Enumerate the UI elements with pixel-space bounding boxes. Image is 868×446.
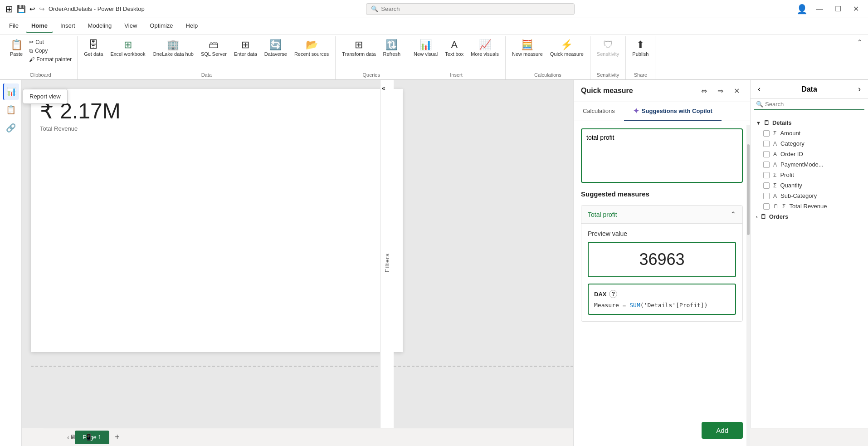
collapse-ribbon-button[interactable]: ⌃ xyxy=(855,36,864,49)
orders-table-icon: 🗒 xyxy=(761,213,766,220)
user-avatar[interactable]: 👤 xyxy=(796,4,808,15)
category-label: Category xyxy=(780,140,805,147)
sidebar-item-report-view[interactable]: 📊 xyxy=(3,83,19,100)
data-group-orders-header[interactable]: › 🗒 Orders xyxy=(751,211,868,222)
copy-button[interactable]: ⧉ Copy xyxy=(27,47,73,55)
qm-expand-btn[interactable]: ⇔ xyxy=(697,84,710,97)
measure-collapse-icon: ⌃ xyxy=(730,210,736,219)
menu-insert[interactable]: Insert xyxy=(55,20,81,33)
sensitivity-button: 🛡 Sensitivity xyxy=(594,38,622,59)
text-box-button[interactable]: A Text box xyxy=(442,38,466,59)
refresh-button[interactable]: 🔃 Refresh xyxy=(380,38,404,59)
more-visuals-button[interactable]: 📈 More visuals xyxy=(468,38,502,59)
left-sidebar: 📊 📋 🔗 xyxy=(0,80,22,446)
quantity-sigma-icon: Σ xyxy=(773,182,776,189)
excel-button[interactable]: ⊞ Excel workbook xyxy=(107,38,148,59)
global-search-input[interactable] xyxy=(381,5,570,12)
desktop-view-button[interactable]: 🖥 xyxy=(66,431,80,443)
clipboard-label: Clipboard xyxy=(7,71,73,79)
onelake-button[interactable]: 🏢 OneLake data hub xyxy=(150,38,196,59)
data-item-amount[interactable]: Σ Amount xyxy=(751,128,868,138)
data-label: Data xyxy=(81,71,332,79)
dax-help-icon[interactable]: ? xyxy=(609,290,617,298)
paste-button[interactable]: 📋 Paste xyxy=(7,38,25,59)
get-data-icon: 🗄 xyxy=(88,40,98,50)
data-item-total-revenue[interactable]: 🗒 Σ Total Revenue xyxy=(751,201,868,211)
menu-modeling[interactable]: Modeling xyxy=(83,20,117,33)
publish-button[interactable]: ⬆ Publish xyxy=(629,38,651,59)
new-visual-icon: 📊 xyxy=(419,40,432,50)
app-save-icon[interactable]: 💾 xyxy=(17,5,26,13)
data-item-profit[interactable]: Σ Profit xyxy=(751,170,868,180)
get-data-button[interactable]: 🗄 Get data xyxy=(81,38,106,59)
transform-data-button[interactable]: ⊞ Transform data xyxy=(339,38,378,59)
sidebar-item-model-view[interactable]: 🔗 xyxy=(3,120,19,136)
format-painter-button[interactable]: 🖌 Format painter xyxy=(27,55,73,64)
new-visual-button[interactable]: 📊 New visual xyxy=(411,38,440,59)
dax-code: Measure = SUM('Details'[Profit]) xyxy=(594,302,730,309)
view-toggle: 🖥 📱 xyxy=(66,431,95,443)
global-search-box[interactable]: 🔍 xyxy=(366,3,575,15)
collapse-filters-button[interactable]: « xyxy=(382,84,385,92)
new-measure-button[interactable]: 🧮 New measure xyxy=(509,38,546,59)
mobile-view-button[interactable]: 📱 xyxy=(82,431,95,443)
qm-tab-suggestions[interactable]: ✦ Suggestions with Copilot xyxy=(624,102,722,121)
data-group-details-header[interactable]: ▼ 🗒 Details xyxy=(751,118,868,128)
enter-data-button[interactable]: ⊞ Enter data xyxy=(231,38,260,59)
data-panel-title: Data xyxy=(801,85,817,93)
data-item-sub-category[interactable]: A Sub-Category xyxy=(751,191,868,201)
qm-scrollbar[interactable] xyxy=(746,125,750,446)
app-logo-icon: ⊞ xyxy=(5,4,13,15)
dataverse-icon: 🔄 xyxy=(269,40,282,50)
menu-help[interactable]: Help xyxy=(180,20,204,33)
sql-icon: 🗃 xyxy=(209,40,219,50)
insert-label: Insert xyxy=(411,71,502,79)
data-item-category[interactable]: A Category xyxy=(751,138,868,149)
amount-checkbox[interactable] xyxy=(763,130,770,137)
paymentmode-checkbox[interactable] xyxy=(763,162,770,168)
menu-view[interactable]: View xyxy=(119,20,142,33)
qm-tab-calculations[interactable]: Calculations xyxy=(574,102,624,121)
data-panel-back-btn[interactable]: ‹ xyxy=(758,84,761,94)
totalrevenue-sigma-icon: Σ xyxy=(782,203,785,210)
menu-file[interactable]: File xyxy=(4,20,24,33)
maximize-button[interactable]: ☐ xyxy=(831,3,845,15)
subcategory-icon: A xyxy=(773,193,777,199)
data-item-order-id[interactable]: A Order ID xyxy=(751,149,868,159)
sidebar-item-table-view[interactable]: 📋 xyxy=(3,102,19,118)
close-button[interactable]: ✕ xyxy=(849,3,863,15)
totalrevenue-label: Total Revenue xyxy=(789,203,827,210)
data-panel-expand-btn[interactable]: › xyxy=(858,84,861,94)
sensitivity-icon: 🛡 xyxy=(603,40,613,50)
data-item-paymentmode[interactable]: A PaymentMode... xyxy=(751,159,868,170)
minimize-button[interactable]: — xyxy=(812,3,827,15)
orderid-checkbox[interactable] xyxy=(763,151,770,157)
quantity-checkbox[interactable] xyxy=(763,182,770,189)
data-item-quantity[interactable]: Σ Quantity xyxy=(751,180,868,191)
add-page-button[interactable]: + xyxy=(111,431,124,444)
menu-optimize[interactable]: Optimize xyxy=(144,20,178,33)
dataverse-button[interactable]: 🔄 Dataverse xyxy=(262,38,290,59)
ribbon: 📋 Paste ✂ Cut ⧉ Copy 🖌 Format painter Cl… xyxy=(0,34,868,80)
dax-label: DAX ? xyxy=(594,290,730,298)
sql-button[interactable]: 🗃 SQL Server xyxy=(198,38,229,59)
data-search-input[interactable] xyxy=(765,101,863,108)
profit-checkbox[interactable] xyxy=(763,172,770,178)
qm-input-textarea[interactable]: total profit xyxy=(581,128,743,183)
qm-close-btn[interactable]: ✕ xyxy=(730,84,743,97)
profit-sigma-icon: Σ xyxy=(773,172,776,178)
profit-label: Profit xyxy=(780,172,794,178)
measure-header[interactable]: Total profit ⌃ xyxy=(581,206,742,223)
category-checkbox[interactable] xyxy=(763,141,770,147)
totalrevenue-checkbox[interactable] xyxy=(763,203,770,210)
menu-home[interactable]: Home xyxy=(26,20,53,33)
redo-icon[interactable]: ↪ xyxy=(39,5,45,13)
qm-expand-right-btn[interactable]: ⇒ xyxy=(714,84,727,97)
quick-measure-button[interactable]: ⚡ Quick measure xyxy=(547,38,586,59)
recent-sources-button[interactable]: 📂 Recent sources xyxy=(292,38,332,59)
cut-button[interactable]: ✂ Cut xyxy=(27,38,73,46)
data-items: 🗄 Get data ⊞ Excel workbook 🏢 OneLake da… xyxy=(81,36,332,70)
add-measure-button[interactable]: Add xyxy=(702,422,743,439)
subcategory-checkbox[interactable] xyxy=(763,193,770,199)
undo-icon[interactable]: ↩ xyxy=(29,5,35,13)
